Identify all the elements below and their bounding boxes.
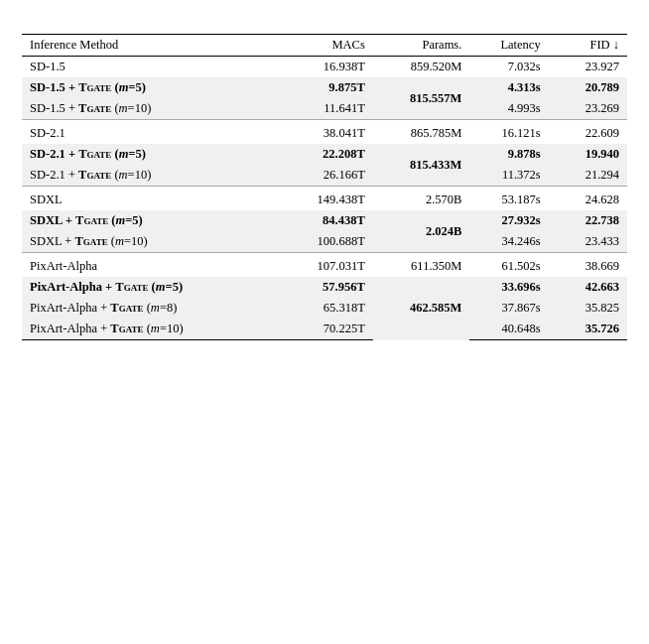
cell-latency: 4.313s — [469, 77, 548, 98]
cell-fid: 42.663 — [549, 277, 627, 298]
header-fid: FID ↓ — [549, 35, 627, 57]
cell-fid: 35.726 — [549, 319, 627, 340]
cell-macs: 70.225T — [276, 319, 373, 340]
cell-params: 611.350M — [373, 253, 470, 278]
table-row: SDXL149.438T2.570B53.187s24.628 — [22, 187, 627, 211]
table-row: PixArt-Alpha107.031T611.350M61.502s38.66… — [22, 253, 627, 278]
cell-params: 815.433M — [373, 144, 470, 187]
cell-fid: 20.789 — [549, 77, 627, 98]
cell-params: 462.585M — [373, 277, 470, 340]
table-row: SDXL + Tgate (m=10)100.688T34.246s23.433 — [22, 231, 627, 253]
cell-fid: 23.433 — [549, 231, 627, 253]
cell-latency: 34.246s — [469, 231, 548, 253]
cell-method: SDXL — [22, 187, 276, 211]
cell-fid: 22.738 — [549, 210, 627, 231]
table-row: PixArt-Alpha + Tgate (m=5)57.956T462.585… — [22, 277, 627, 298]
cell-fid: 38.669 — [549, 253, 627, 278]
cell-macs: 107.031T — [276, 253, 373, 278]
cell-latency: 7.032s — [469, 57, 548, 78]
cell-method: SD-2.1 — [22, 120, 276, 145]
cell-macs: 11.641T — [276, 98, 373, 120]
cell-latency: 9.878s — [469, 144, 548, 165]
table-row: SDXL + Tgate (m=5)84.438T2.024B27.932s22… — [22, 210, 627, 231]
cell-method: SD-1.5 + Tgate (m=10) — [22, 98, 276, 120]
cell-fid: 22.609 — [549, 120, 627, 145]
table-row: SD-1.5 + Tgate (m=10)11.641T4.993s23.269 — [22, 98, 627, 120]
cell-macs: 22.208T — [276, 144, 373, 165]
cell-macs: 26.166T — [276, 165, 373, 187]
cell-latency: 53.187s — [469, 187, 548, 211]
header-params: Params. — [373, 35, 470, 57]
cell-params: 815.557M — [373, 77, 470, 120]
cell-latency: 40.648s — [469, 319, 548, 340]
cell-latency: 33.696s — [469, 277, 548, 298]
cell-method: SDXL + Tgate (m=10) — [22, 231, 276, 253]
header-macs: MACs — [276, 35, 373, 57]
cell-fid: 23.269 — [549, 98, 627, 120]
cell-latency: 16.121s — [469, 120, 548, 145]
cell-method: PixArt-Alpha + Tgate (m=5) — [22, 277, 276, 298]
cell-params: 865.785M — [373, 120, 470, 145]
cell-macs: 84.438T — [276, 210, 373, 231]
cell-latency: 11.372s — [469, 165, 548, 187]
cell-fid: 19.940 — [549, 144, 627, 165]
cell-method: PixArt-Alpha + Tgate (m=8) — [22, 298, 276, 319]
table-row: SD-2.1 + Tgate (m=10)26.166T11.372s21.29… — [22, 165, 627, 187]
table-row: PixArt-Alpha + Tgate (m=10)70.225T40.648… — [22, 319, 627, 340]
table-header-row: Inference Method MACs Params. Latency FI… — [22, 35, 627, 57]
cell-method: PixArt-Alpha + Tgate (m=10) — [22, 319, 276, 340]
cell-method: SD-2.1 + Tgate (m=10) — [22, 165, 276, 187]
table-row: SD-1.5 + Tgate (m=5)9.875T815.557M4.313s… — [22, 77, 627, 98]
cell-latency: 37.867s — [469, 298, 548, 319]
cell-params: 859.520M — [373, 57, 470, 78]
cell-method: SDXL + Tgate (m=5) — [22, 210, 276, 231]
cell-macs: 16.938T — [276, 57, 373, 78]
table-row: PixArt-Alpha + Tgate (m=8)65.318T37.867s… — [22, 298, 627, 319]
cell-macs: 149.438T — [276, 187, 373, 211]
cell-method: SD-1.5 — [22, 57, 276, 78]
cell-fid: 21.294 — [549, 165, 627, 187]
cell-macs: 9.875T — [276, 77, 373, 98]
cell-params: 2.024B — [373, 210, 470, 253]
cell-macs: 57.956T — [276, 277, 373, 298]
cell-method: PixArt-Alpha — [22, 253, 276, 278]
table-row: SD-1.516.938T859.520M7.032s23.927 — [22, 57, 627, 78]
cell-fid: 23.927 — [549, 57, 627, 78]
cell-latency: 4.993s — [469, 98, 548, 120]
data-table: Inference Method MACs Params. Latency FI… — [22, 34, 627, 340]
cell-latency: 61.502s — [469, 253, 548, 278]
cell-method: SD-1.5 + Tgate (m=5) — [22, 77, 276, 98]
cell-macs: 100.688T — [276, 231, 373, 253]
table-row: SD-2.138.041T865.785M16.121s22.609 — [22, 120, 627, 145]
cell-params: 2.570B — [373, 187, 470, 211]
cell-macs: 38.041T — [276, 120, 373, 145]
cell-fid: 35.825 — [549, 298, 627, 319]
header-latency: Latency — [469, 35, 548, 57]
cell-latency: 27.932s — [469, 210, 548, 231]
cell-macs: 65.318T — [276, 298, 373, 319]
cell-fid: 24.628 — [549, 187, 627, 211]
header-method: Inference Method — [22, 35, 276, 57]
cell-method: SD-2.1 + Tgate (m=5) — [22, 144, 276, 165]
table-row: SD-2.1 + Tgate (m=5)22.208T815.433M9.878… — [22, 144, 627, 165]
